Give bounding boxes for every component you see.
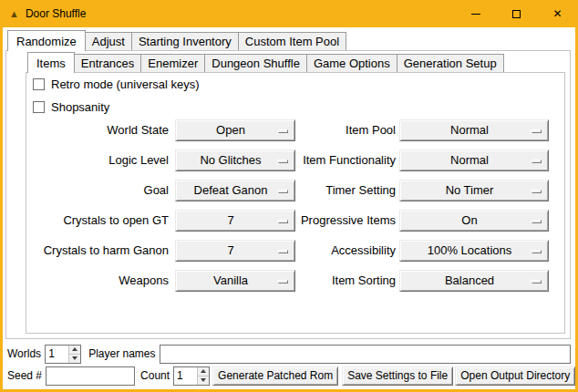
save-settings-button[interactable]: Save Settings to File (342, 366, 453, 386)
dropdown-value: 7 (227, 241, 243, 261)
count-spin-down-button[interactable] (198, 377, 209, 385)
app-window: ▲ Door Shuffle ✕ Randomize Adjust Starti… (0, 0, 578, 392)
dropdown-value: Normal (450, 150, 498, 170)
tab-custom-item-pool[interactable]: Custom Item Pool (238, 32, 346, 50)
window-title: Door Shuffle (26, 7, 87, 20)
item-functionality-dropdown[interactable]: Normal (399, 150, 549, 171)
tab-starting-inventory[interactable]: Starting Inventory (131, 32, 239, 50)
field-row: Crystals to harm Ganon 7 Accessibility 1… (18, 240, 549, 262)
dropdown-indicator-icon (278, 280, 288, 284)
dropdown-value: On (461, 211, 486, 231)
logic-level-dropdown[interactable]: No Glitches (175, 150, 295, 171)
dropdown-indicator-icon (532, 280, 542, 284)
footer-controls: Worlds Player names Seed # Count (7, 344, 571, 387)
dropdown-value: Normal (450, 120, 498, 140)
retro-mode-checkbox[interactable]: Retro mode (universal keys) (33, 78, 200, 90)
main-tab-bar: Randomize Adjust Starting Inventory Cust… (7, 30, 346, 50)
dropdown-indicator-icon (278, 250, 288, 253)
client-area: Randomize Adjust Starting Inventory Cust… (3, 27, 575, 389)
crystals-gt-label: Crystals to open GT (18, 210, 169, 232)
world-state-label: World State (18, 119, 169, 141)
dropdown-value: Vanilla (213, 271, 257, 291)
field-row: Goal Defeat Ganon Timer Setting No Timer (18, 180, 549, 201)
tab-randomize[interactable]: Randomize (7, 30, 86, 51)
shopsanity-label: Shopsanity (51, 101, 109, 113)
weapons-dropdown[interactable]: Vanilla (175, 270, 295, 292)
timer-setting-label: Timer Setting (295, 180, 396, 201)
progressive-items-dropdown[interactable]: On (399, 210, 549, 232)
dropdown-value: No Timer (446, 181, 503, 201)
item-pool-dropdown[interactable]: Normal (399, 119, 549, 141)
field-row: Weapons Vanilla Item Sorting Balanced (18, 270, 549, 292)
titlebar: ▲ Door Shuffle ✕ (0, 0, 578, 27)
tab-entrances[interactable]: Entrances (74, 54, 142, 72)
crystals-gt-dropdown[interactable]: 7 (175, 210, 295, 232)
crystals-ganon-dropdown[interactable]: 7 (175, 240, 295, 262)
tab-items[interactable]: Items (27, 52, 75, 73)
window-controls: ✕ (455, 0, 578, 27)
item-sorting-dropdown[interactable]: Balanced (399, 270, 549, 292)
tab-game-options[interactable]: Game Options (306, 54, 397, 72)
worlds-row: Worlds Player names (7, 344, 571, 364)
close-icon: ✕ (552, 8, 562, 19)
field-row: World State Open Item Pool Normal (18, 119, 549, 141)
tab-adjust[interactable]: Adjust (85, 32, 132, 50)
open-output-directory-button[interactable]: Open Output Directory (455, 366, 575, 386)
player-names-label: Player names (88, 347, 155, 360)
dropdown-indicator-icon (532, 190, 542, 193)
count-label: Count (140, 369, 170, 382)
field-row: Crystals to open GT 7 Progressive Items … (18, 210, 549, 232)
up-arrow-icon (201, 369, 206, 373)
worlds-spin-up-button[interactable] (69, 346, 80, 355)
item-sorting-label: Item Sorting (295, 270, 396, 292)
crystals-ganon-label: Crystals to harm Ganon (18, 240, 169, 262)
worlds-input[interactable] (46, 346, 68, 363)
dropdown-indicator-icon (532, 250, 542, 253)
seed-label: Seed # (7, 369, 42, 382)
logic-level-label: Logic Level (18, 150, 169, 171)
close-button[interactable]: ✕ (537, 0, 578, 27)
dropdown-value: 100% Locations (428, 241, 521, 261)
player-names-input[interactable] (160, 345, 572, 364)
spin-buttons (68, 346, 80, 363)
shopsanity-checkbox[interactable]: Shopsanity (33, 101, 200, 113)
tab-generation-setup[interactable]: Generation Setup (397, 54, 504, 72)
minimize-icon (471, 14, 480, 15)
generate-patched-rom-button[interactable]: Generate Patched Rom (212, 366, 338, 386)
count-input[interactable] (174, 367, 197, 385)
checkbox-box-icon (33, 101, 45, 113)
item-pool-label: Item Pool (295, 119, 396, 141)
checkbox-box-icon (33, 78, 45, 90)
down-arrow-icon (201, 378, 206, 382)
worlds-spinbox[interactable] (45, 345, 81, 364)
accessibility-label: Accessibility (295, 240, 396, 262)
sub-tab-bar: Items Entrances Enemizer Dungeon Shuffle… (27, 52, 504, 72)
accessibility-dropdown[interactable]: 100% Locations (399, 240, 549, 262)
timer-setting-dropdown[interactable]: No Timer (399, 180, 549, 201)
down-arrow-icon (72, 356, 77, 360)
dropdown-indicator-icon (278, 160, 288, 163)
dropdown-indicator-icon (532, 160, 542, 163)
weapons-label: Weapons (18, 270, 169, 292)
dropdown-indicator-icon (278, 129, 288, 133)
app-icon: ▲ (9, 9, 19, 19)
dropdown-indicator-icon (278, 220, 288, 223)
checkbox-group: Retro mode (universal keys) Shopsanity (33, 78, 200, 124)
count-spinbox[interactable] (173, 366, 210, 386)
worlds-label: Worlds (7, 347, 41, 360)
options-grid: World State Open Item Pool Normal Logic … (18, 119, 549, 300)
tab-dungeon-shuffle[interactable]: Dungeon Shuffle (204, 54, 307, 72)
tab-enemizer[interactable]: Enemizer (140, 54, 205, 72)
item-functionality-label: Item Functionality (295, 150, 396, 171)
maximize-button[interactable] (496, 0, 537, 27)
field-row: Logic Level No Glitches Item Functionali… (18, 150, 549, 171)
seed-input[interactable] (46, 366, 135, 386)
up-arrow-icon (72, 347, 77, 351)
dropdown-indicator-icon (278, 190, 288, 193)
goal-dropdown[interactable]: Defeat Ganon (175, 180, 295, 201)
world-state-dropdown[interactable]: Open (175, 119, 295, 141)
count-spin-up-button[interactable] (198, 367, 209, 377)
worlds-spin-down-button[interactable] (69, 355, 80, 363)
dropdown-indicator-icon (532, 220, 542, 223)
minimize-button[interactable] (455, 0, 496, 27)
